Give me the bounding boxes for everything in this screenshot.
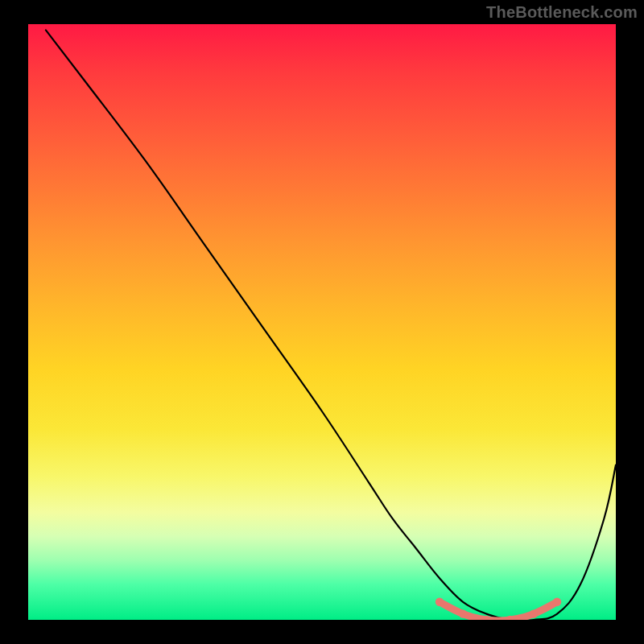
optimal-dot xyxy=(530,609,538,617)
optimal-zone-highlight xyxy=(440,602,557,620)
bottleneck-curve xyxy=(46,30,616,620)
optimal-dot xyxy=(553,598,561,606)
plot-area xyxy=(28,24,616,620)
watermark-text: TheBottleneck.com xyxy=(486,3,638,22)
chart-frame: TheBottleneck.com xyxy=(0,0,644,644)
optimal-dot xyxy=(436,598,444,606)
curve-layer xyxy=(28,24,616,620)
optimal-dot xyxy=(459,609,467,617)
